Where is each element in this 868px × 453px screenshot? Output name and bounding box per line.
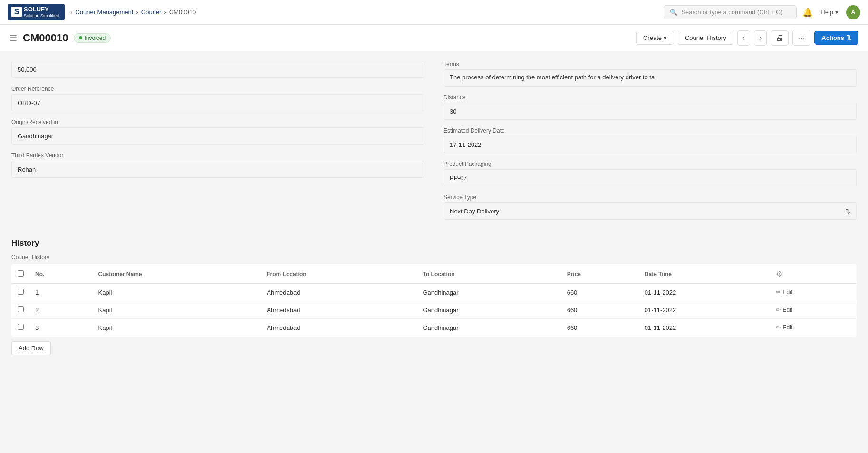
table-row: 1 Kapil Ahmedabad Gandhinagar 660 01-11-… — [12, 284, 857, 301]
col-to-location: To Location — [417, 265, 561, 284]
col-price: Price — [561, 265, 639, 284]
service-type-value: Next Day Delivery — [450, 208, 499, 215]
row-date-time: 01-11-2022 — [639, 284, 771, 301]
order-reference-label: Order Reference — [11, 86, 424, 92]
breadcrumb-courier[interactable]: Courier — [141, 9, 162, 16]
row-price: 660 — [561, 319, 639, 337]
row-edit-cell: ✏ Edit — [770, 284, 856, 301]
search-bar[interactable]: 🔍 Search or type a command (Ctrl + G) — [664, 5, 797, 19]
row-date-time: 01-11-2022 — [639, 301, 771, 319]
row-from-location: Ahmedabad — [261, 319, 417, 337]
amount-group: 50,000 — [11, 61, 424, 78]
col-date-time: Date Time — [639, 265, 771, 284]
edit-button[interactable]: ✏ Edit — [776, 289, 792, 296]
nav-icons: 🔔 Help ▾ A — [802, 5, 860, 19]
search-placeholder: Search or type a command (Ctrl + G) — [681, 9, 783, 16]
amount-value: 50,000 — [11, 61, 424, 78]
print-button[interactable]: 🖨 — [771, 30, 789, 46]
row-customer-name: Kapil — [93, 301, 261, 319]
create-label: Create — [643, 34, 662, 41]
distance-label: Distance — [444, 94, 857, 101]
row-from-location: Ahmedabad — [261, 284, 417, 301]
distance-value: 30 — [444, 103, 857, 120]
table-row: 2 Kapil Ahmedabad Gandhinagar 660 01-11-… — [12, 301, 857, 319]
row-customer-name: Kapil — [93, 319, 261, 337]
distance-group: Distance 30 — [444, 94, 857, 120]
breadcrumb: › Courier Management › Courier › CM00010 — [70, 9, 196, 16]
product-packaging-value: PP-07 — [444, 169, 857, 186]
history-section: History Courier History No. Customer Nam… — [11, 239, 857, 355]
breadcrumb-sep: › — [70, 9, 72, 16]
estimated-delivery-value: 17-11-2022 — [444, 136, 857, 153]
service-type-select[interactable]: Next Day Delivery ⇅ — [444, 202, 857, 220]
table-settings-button[interactable]: ⚙ — [776, 270, 782, 279]
row-price: 660 — [561, 284, 639, 301]
add-row-button[interactable]: Add Row — [11, 341, 51, 355]
header-actions: Create ▾ Courier History ‹ › 🖨 ⋯ Actions… — [636, 30, 858, 46]
courier-history-button[interactable]: Courier History — [678, 31, 733, 45]
service-type-chevron-icon: ⇅ — [845, 208, 850, 215]
help-chevron-icon: ▾ — [835, 9, 839, 16]
create-chevron-icon: ▾ — [664, 34, 667, 41]
help-button[interactable]: Help ▾ — [820, 9, 839, 16]
row-checkbox[interactable] — [18, 289, 24, 295]
row-checkbox[interactable] — [18, 324, 24, 330]
breadcrumb-courier-management[interactable]: Courier Management — [75, 9, 133, 16]
table-header-row: No. Customer Name From Location To Locat… — [12, 265, 857, 284]
terms-label: Terms — [444, 61, 857, 67]
select-all-checkbox[interactable] — [18, 270, 24, 277]
logo-name: SOLUFY — [24, 6, 59, 13]
order-reference-group: Order Reference ORD-07 — [11, 86, 424, 111]
row-checkbox[interactable] — [18, 306, 24, 312]
col-customer-name: Customer Name — [93, 265, 261, 284]
table-row: 3 Kapil Ahmedabad Gandhinagar 660 01-11-… — [12, 319, 857, 337]
edit-button[interactable]: ✏ Edit — [776, 324, 792, 331]
actions-button[interactable]: Actions ⇅ — [814, 31, 858, 45]
row-to-location: Gandhinagar — [417, 284, 561, 301]
col-settings: ⚙ — [770, 265, 856, 284]
row-date-time: 01-11-2022 — [639, 319, 771, 337]
service-type-group: Service Type Next Day Delivery ⇅ — [444, 194, 857, 220]
row-from-location: Ahmedabad — [261, 301, 417, 319]
courier-history-table: No. Customer Name From Location To Locat… — [11, 264, 857, 337]
edit-button[interactable]: ✏ Edit — [776, 307, 792, 313]
header-checkbox-cell — [12, 265, 30, 284]
help-label: Help — [820, 9, 833, 16]
create-button[interactable]: Create ▾ — [636, 31, 674, 45]
logo-letter: S — [11, 7, 22, 17]
col-from-location: From Location — [261, 265, 417, 284]
next-button[interactable]: › — [754, 30, 767, 46]
origin-value: Gandhinagar — [11, 127, 424, 145]
prev-button[interactable]: ‹ — [737, 30, 750, 46]
row-to-location: Gandhinagar — [417, 301, 561, 319]
row-edit-cell: ✏ Edit — [770, 319, 856, 337]
actions-chevron-icon: ⇅ — [846, 34, 851, 41]
service-type-label: Service Type — [444, 194, 857, 201]
courier-history-subtitle: Courier History — [11, 254, 857, 260]
form-section: 50,000 Order Reference ORD-07 Origin/Rec… — [11, 61, 857, 227]
breadcrumb-sep2: › — [136, 9, 138, 16]
breadcrumb-current: CM00010 — [169, 9, 196, 16]
logo[interactable]: S SOLUFY Solution Simplified — [8, 4, 65, 20]
third-parties-group: Third Parties Vendor Rohan — [11, 152, 424, 178]
edit-label: Edit — [782, 324, 792, 331]
avatar[interactable]: A — [846, 5, 860, 19]
col-no: No. — [29, 265, 93, 284]
history-title: History — [11, 239, 857, 248]
row-customer-name: Kapil — [93, 284, 261, 301]
breadcrumb-sep3: › — [164, 9, 166, 16]
status-badge: Invoiced — [74, 33, 111, 43]
more-button[interactable]: ⋯ — [792, 30, 810, 46]
logo-tagline: Solution Simplified — [24, 13, 59, 19]
estimated-delivery-group: Estimated Delivery Date 17-11-2022 — [444, 127, 857, 153]
product-packaging-label: Product Packaging — [444, 161, 857, 167]
notification-icon[interactable]: 🔔 — [802, 7, 813, 18]
edit-label: Edit — [782, 307, 792, 313]
hamburger-icon[interactable]: ☰ — [10, 33, 17, 43]
row-no: 2 — [29, 301, 93, 319]
edit-label: Edit — [782, 289, 792, 296]
row-no: 3 — [29, 319, 93, 337]
origin-group: Origin/Received in Gandhinagar — [11, 119, 424, 145]
terms-value: The process of determining the most effi… — [444, 69, 857, 87]
status-dot — [79, 36, 82, 39]
